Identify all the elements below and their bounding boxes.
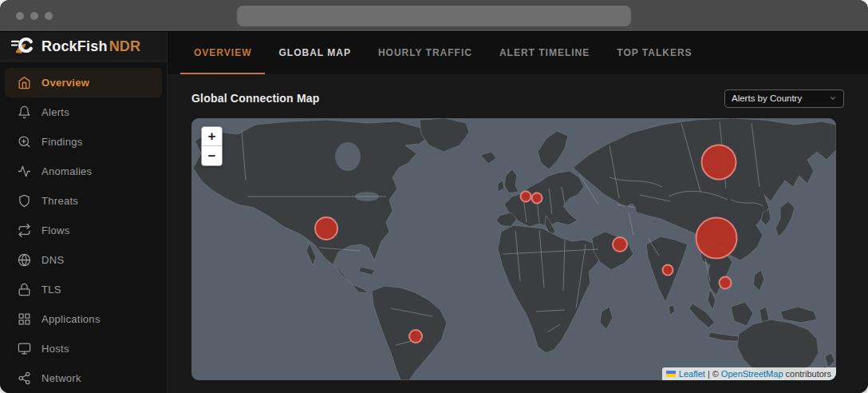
ukraine-flag-icon bbox=[666, 371, 676, 377]
page-background: RockFishNDR OverviewAlertsFindingsAnomal… bbox=[0, 0, 868, 393]
lock-icon bbox=[18, 283, 31, 296]
window-controls bbox=[16, 12, 53, 20]
rockfish-logo-icon bbox=[11, 34, 35, 59]
sidebar-item-threats[interactable]: Threats bbox=[5, 186, 162, 216]
sidebar-item-label: Flows bbox=[41, 224, 69, 236]
sidebar-item-anomalies[interactable]: Anomalies bbox=[5, 157, 162, 186]
attribution-divider: | bbox=[708, 369, 710, 379]
alert-marker-germany[interactable] bbox=[532, 193, 542, 204]
sidebar-item-label: Applications bbox=[41, 313, 101, 325]
sidebar-item-network[interactable]: Network bbox=[5, 363, 162, 393]
brand-name: RockFish bbox=[41, 38, 108, 54]
zoom-in-button[interactable]: + bbox=[202, 127, 222, 146]
alert-marker-netherlands[interactable] bbox=[521, 192, 531, 202]
sidebar-item-tls[interactable]: TLS bbox=[5, 275, 162, 304]
osm-link[interactable]: OpenStreetMap bbox=[721, 369, 783, 379]
alert-marker-brazil[interactable] bbox=[409, 330, 422, 343]
home-icon bbox=[18, 76, 31, 89]
window-control-dot[interactable] bbox=[45, 12, 53, 20]
attribution-suffix: contributors bbox=[786, 369, 831, 379]
alert-marker-united-states[interactable] bbox=[315, 217, 337, 240]
tab-bar: OVERVIEWGLOBAL MAPHOURLY TRAFFICALERT TI… bbox=[168, 32, 868, 75]
zoom-out-button[interactable]: − bbox=[202, 146, 222, 165]
alert-marker-vietnam[interactable] bbox=[720, 277, 732, 289]
tab-hourly-traffic[interactable]: HOURLY TRAFFIC bbox=[365, 32, 486, 74]
leaflet-link[interactable]: Leaflet bbox=[679, 369, 705, 379]
alert-marker-mongolia[interactable] bbox=[702, 145, 736, 180]
window-control-dot[interactable] bbox=[16, 12, 24, 20]
map-mode-select[interactable]: Alerts by Country bbox=[724, 89, 844, 108]
map-attribution: Leaflet | © OpenStreetMap contributors bbox=[662, 367, 836, 380]
map-mode-value: Alerts by Country bbox=[732, 93, 802, 103]
search-plus-icon bbox=[18, 135, 31, 149]
land-layer bbox=[193, 118, 836, 380]
world-map[interactable]: + − Leaflet | © OpenStreetMap contributo… bbox=[191, 118, 836, 380]
sidebar-item-label: Alerts bbox=[41, 106, 69, 118]
sidebar-item-label: TLS bbox=[41, 284, 61, 296]
tab-overview[interactable]: OVERVIEW bbox=[180, 32, 265, 74]
repeat-icon bbox=[18, 224, 31, 237]
browser-chrome bbox=[0, 0, 868, 32]
sidebar-item-alerts[interactable]: Alerts bbox=[5, 97, 162, 127]
window-control-dot[interactable] bbox=[30, 12, 38, 20]
brand-suffix: NDR bbox=[109, 38, 141, 54]
map-zoom-control: + − bbox=[201, 126, 223, 166]
alert-marker-iran[interactable] bbox=[613, 237, 627, 252]
tab-top-talkers[interactable]: TOP TALKERS bbox=[603, 32, 705, 74]
brand-text: RockFishNDR bbox=[41, 38, 140, 55]
url-bar[interactable] bbox=[237, 6, 631, 26]
sidebar-item-findings[interactable]: Findings bbox=[5, 127, 162, 157]
activity-icon bbox=[18, 165, 31, 178]
panel-header: Global Connection Map Alerts by Country bbox=[191, 89, 844, 108]
sidebar-item-dns[interactable]: DNS bbox=[5, 245, 162, 275]
monitor-icon bbox=[18, 342, 31, 355]
sidebar-item-label: DNS bbox=[41, 254, 64, 266]
sidebar-item-flows[interactable]: Flows bbox=[5, 216, 162, 245]
tab-global-map[interactable]: GLOBAL MAP bbox=[265, 32, 364, 74]
network-icon bbox=[18, 371, 31, 385]
sidebar-item-overview[interactable]: Overview bbox=[5, 68, 162, 97]
attribution-copyright: © bbox=[712, 369, 719, 379]
alert-marker-china[interactable] bbox=[696, 218, 737, 259]
panel-title: Global Connection Map bbox=[191, 92, 320, 105]
main-area: OVERVIEWGLOBAL MAPHOURLY TRAFFICALERT TI… bbox=[168, 32, 868, 393]
sidebar-nav: OverviewAlertsFindingsAnomaliesThreatsFl… bbox=[0, 62, 167, 393]
brand-logo[interactable]: RockFishNDR bbox=[0, 32, 167, 62]
sidebar-item-label: Anomalies bbox=[41, 165, 92, 177]
chevron-down-icon bbox=[829, 94, 837, 102]
sidebar-item-label: Findings bbox=[41, 136, 83, 148]
shield-icon bbox=[18, 194, 31, 208]
grid-icon bbox=[18, 312, 31, 326]
sidebar-item-label: Threats bbox=[41, 195, 78, 207]
browser-window: RockFishNDR OverviewAlertsFindingsAnomal… bbox=[0, 0, 868, 393]
sidebar-item-label: Overview bbox=[41, 77, 89, 89]
sidebar-item-applications[interactable]: Applications bbox=[5, 304, 162, 334]
app-body: RockFishNDR OverviewAlertsFindingsAnomal… bbox=[0, 32, 868, 393]
sidebar-item-label: Hosts bbox=[41, 343, 69, 355]
alert-marker-india[interactable] bbox=[663, 265, 673, 276]
sidebar-item-label: Network bbox=[41, 372, 81, 384]
bell-icon bbox=[18, 105, 31, 119]
globe-icon bbox=[18, 253, 31, 267]
content-area: Global Connection Map Alerts by Country … bbox=[168, 75, 868, 380]
sidebar: RockFishNDR OverviewAlertsFindingsAnomal… bbox=[0, 32, 168, 393]
sidebar-item-hosts[interactable]: Hosts bbox=[5, 334, 162, 363]
tab-alert-timeline[interactable]: ALERT TIMELINE bbox=[486, 32, 603, 74]
